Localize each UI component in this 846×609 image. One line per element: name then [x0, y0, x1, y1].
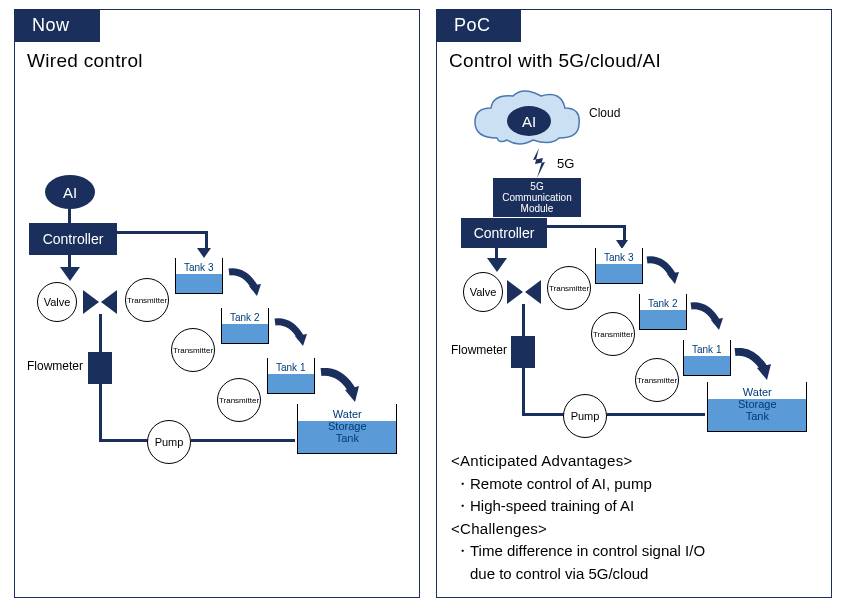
transmitter-circle: Transmitter [635, 358, 679, 402]
pipe [547, 225, 625, 228]
ai-cloud-node: AI [507, 106, 551, 136]
arrow-down-icon [197, 248, 211, 258]
fiveg-label: 5G [557, 156, 574, 171]
storage-tank: WaterStorageTank [297, 404, 397, 454]
pipe [522, 358, 525, 416]
fiveg-link-icon [527, 148, 551, 178]
tank-2: Tank 2 [639, 294, 687, 330]
pipe [117, 231, 207, 234]
flow-arrow-icon [643, 256, 679, 286]
tank-2: Tank 2 [221, 308, 269, 344]
pipe [522, 413, 568, 416]
valve-icon [507, 280, 541, 304]
transmitter-circle: Transmitter [125, 278, 169, 322]
diagram-now: AI Controller Valve Flowmeter Pump Tank … [15, 10, 419, 597]
pump-circle: Pump [563, 394, 607, 438]
diagram-poc: AI Cloud 5G 5G Communication Module Cont… [437, 10, 831, 597]
flowmeter-label: Flowmeter [451, 343, 507, 357]
challenge-item: due to control via 5G/cloud [451, 563, 821, 586]
controller-box: Controller [29, 223, 117, 255]
valve-icon [83, 290, 117, 314]
notes-block: <Anticipated Advantages> ・Remote control… [451, 450, 821, 585]
tank-3: Tank 3 [175, 258, 223, 294]
transmitter-circle: Transmitter [591, 312, 635, 356]
valve-circle: Valve [463, 272, 503, 312]
cloud-label: Cloud [589, 106, 620, 120]
pump-circle: Pump [147, 420, 191, 464]
ai-node: AI [45, 175, 95, 209]
connector [68, 209, 71, 223]
valve-circle: Valve [37, 282, 77, 322]
panel-now: Now Wired control AI Controller Valve Fl… [14, 9, 420, 598]
tank-3: Tank 3 [595, 248, 643, 284]
tank-1: Tank 1 [267, 358, 315, 394]
pipe [607, 413, 705, 416]
flow-arrow-icon [271, 318, 307, 348]
panel-poc: PoC Control with 5G/cloud/AI AI Cloud 5G… [436, 9, 832, 598]
flowmeter-label: Flowmeter [27, 359, 83, 373]
challenges-header: <Challenges> [451, 518, 821, 541]
arrow-down-icon [60, 267, 80, 281]
pipe [99, 439, 153, 442]
storage-tank: WaterStorageTank [707, 382, 807, 432]
arrow-down-icon [487, 258, 507, 272]
flow-arrow-icon [225, 268, 261, 298]
flow-arrow-icon [317, 368, 359, 404]
challenge-item: ・Time difference in control signal I/O [451, 540, 821, 563]
pipe [99, 376, 102, 442]
advantage-item: ・High-speed training of AI [451, 495, 821, 518]
advantages-header: <Anticipated Advantages> [451, 450, 821, 473]
transmitter-circle: Transmitter [217, 378, 261, 422]
comm-module-box: 5G Communication Module [493, 178, 581, 218]
tank-1: Tank 1 [683, 340, 731, 376]
controller-box: Controller [461, 218, 547, 248]
transmitter-circle: Transmitter [171, 328, 215, 372]
flow-arrow-icon [731, 348, 771, 382]
flow-arrow-icon [687, 302, 723, 332]
transmitter-circle: Transmitter [547, 266, 591, 310]
advantage-item: ・Remote control of AI, pump [451, 473, 821, 496]
pipe [191, 439, 295, 442]
